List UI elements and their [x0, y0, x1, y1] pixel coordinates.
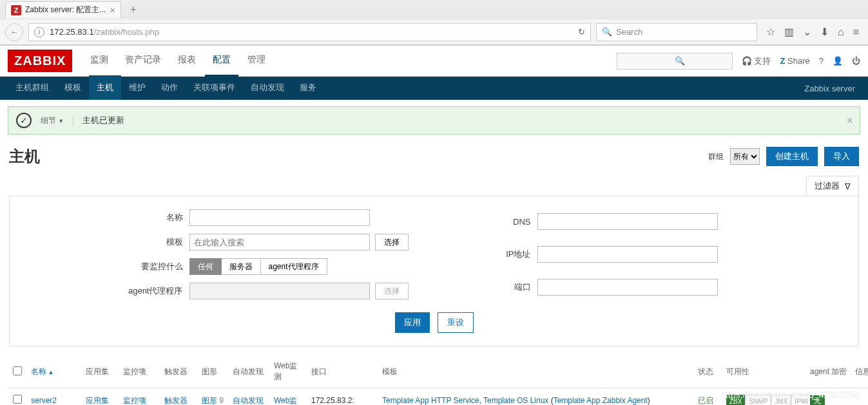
table-header-row: 名称 应用集 监控项 触发器 图形 自动发现 Web监测 接口 模板 状态 可用… — [9, 355, 868, 388]
favicon-icon: Z — [11, 5, 21, 15]
template-select-button[interactable]: 选择 — [375, 234, 409, 250]
subnav-5[interactable]: 关联项事件 — [186, 75, 243, 102]
support-link[interactable]: 🎧 支持 — [742, 55, 771, 67]
close-icon[interactable]: × — [110, 5, 115, 15]
filter-toggle[interactable]: 过滤器 ∇ — [806, 176, 859, 196]
col-encryption: agent 加密 — [806, 355, 851, 388]
power-icon[interactable]: ⏻ — [852, 56, 860, 66]
apps-link[interactable]: 应用集 — [86, 396, 109, 405]
pocket-icon[interactable]: ⌄ — [803, 26, 811, 38]
browser-search[interactable]: 🔍 Search — [596, 23, 757, 41]
page-title: 主机 — [9, 146, 40, 167]
col-items[interactable]: 监控项 — [119, 355, 160, 388]
col-web[interactable]: Web监测 — [270, 355, 307, 388]
monitor-opt-0[interactable]: 任何 — [189, 258, 222, 275]
menu-icon[interactable]: ≡ — [853, 26, 859, 38]
filter-ip-input[interactable] — [537, 246, 718, 263]
col-triggers[interactable]: 触发器 — [160, 355, 198, 388]
filter-monitor-label: 要监控什么 — [112, 261, 189, 272]
monitor-segment: 任何服务器agent代理程序 — [189, 258, 370, 275]
bookmark-icon[interactable]: ☆ — [766, 26, 775, 38]
watermark: https://blog.csdn.net/qq_42303254 — [720, 390, 859, 400]
reload-icon[interactable]: ↻ — [578, 27, 585, 37]
col-apps[interactable]: 应用集 — [82, 355, 119, 388]
items-link[interactable]: 监控项 — [123, 396, 146, 405]
col-name[interactable]: 名称 — [27, 355, 82, 388]
filter-name-input[interactable] — [189, 209, 370, 226]
tab-title: Zabbix server: 配置主... — [25, 5, 106, 15]
back-button[interactable]: ← — [5, 23, 23, 41]
group-label: 群组 — [708, 151, 724, 162]
app-header: ZABBIX 监测资产记录报表配置管理 🔍 🎧 支持 Z Share ? 👤 ⏻ — [0, 46, 868, 77]
monitor-opt-1[interactable]: 服务器 — [222, 258, 261, 275]
web-link[interactable]: Web监测 — [274, 396, 297, 405]
new-tab-button[interactable]: + — [125, 3, 142, 17]
subnav-3[interactable]: 维护 — [121, 75, 153, 102]
template-link[interactable]: Template App HTTP Service — [382, 396, 479, 405]
menu-1[interactable]: 资产记录 — [117, 45, 169, 77]
col-graphs[interactable]: 图形 — [198, 355, 229, 388]
menu-0[interactable]: 监测 — [82, 45, 116, 77]
apply-button[interactable]: 应用 — [395, 312, 430, 333]
tab-bar: Z Zabbix server: 配置主... × + — [0, 0, 868, 19]
select-all-checkbox[interactable] — [13, 366, 22, 375]
filter-agent-label: agent代理程序 — [112, 285, 189, 297]
subnav-2[interactable]: 主机 — [89, 75, 121, 102]
zabbix-logo[interactable]: ZABBIX — [8, 50, 72, 72]
share-link[interactable]: Z Share — [780, 56, 809, 66]
col-status[interactable]: 状态 — [694, 355, 722, 388]
template-link[interactable]: Template App Zabbix Agent — [554, 396, 648, 405]
filter-template-input[interactable] — [189, 234, 370, 250]
host-name-link[interactable]: server2 — [31, 396, 57, 405]
top-menu: 监测资产记录报表配置管理 — [82, 45, 273, 77]
menu-4[interactable]: 管理 — [240, 45, 273, 77]
help-icon[interactable]: ? — [819, 56, 824, 66]
browser-tab[interactable]: Z Zabbix server: 配置主... × — [5, 1, 121, 18]
filter-dns-label: DNS — [460, 217, 537, 227]
close-icon[interactable]: × — [846, 114, 853, 127]
col-discovery[interactable]: 自动发现 — [229, 355, 270, 388]
filter-name-label: 名称 — [112, 212, 189, 223]
menu-3[interactable]: 配置 — [205, 45, 238, 77]
filter-port-input[interactable] — [537, 279, 718, 296]
agent-select-button: 选择 — [375, 283, 409, 299]
col-templates: 模板 — [378, 355, 694, 388]
search-icon: 🔍 — [602, 27, 612, 37]
template-link[interactable]: Template OS Linux — [483, 396, 548, 405]
subnav-1[interactable]: 模板 — [57, 75, 89, 102]
library-icon[interactable]: ▥ — [784, 26, 794, 38]
status-link[interactable]: 已启用 — [698, 396, 713, 405]
menu-2[interactable]: 报表 — [170, 45, 204, 77]
triggers-link[interactable]: 触发器 — [164, 396, 188, 405]
info-icon[interactable]: i — [34, 27, 44, 37]
filter-template-label: 模板 — [112, 236, 189, 248]
app-search[interactable]: 🔍 — [617, 53, 733, 70]
search-placeholder: Search — [616, 27, 642, 37]
group-select[interactable]: 所有 — [730, 148, 760, 165]
browser-chrome: Z Zabbix server: 配置主... × + ← i 172.25.8… — [0, 0, 868, 46]
row-checkbox[interactable] — [13, 395, 22, 404]
download-icon[interactable]: ⬇ — [820, 26, 829, 38]
graphs-link[interactable]: 图形 — [202, 396, 217, 405]
monitor-opt-2[interactable]: agent代理程序 — [261, 258, 327, 275]
filter-ip-label: IP地址 — [460, 249, 537, 260]
discovery-link[interactable]: 自动发现 — [233, 396, 264, 405]
success-banner: 细节 ▼ 主机已更新 × — [8, 106, 860, 135]
filter-panel: 名称 模板 选择 要监控什么 任何服务器agent代理程序 agent代理程序 … — [9, 196, 859, 346]
check-icon — [16, 113, 32, 128]
nav-bar: ← i 172.25.83.1/zabbix/hosts.php ↻ 🔍 Sea… — [0, 19, 868, 45]
banner-detail[interactable]: 细节 ▼ — [41, 115, 73, 126]
create-host-button[interactable]: 创建主机 — [766, 147, 818, 166]
url-bar[interactable]: i 172.25.83.1/zabbix/hosts.php ↻ — [28, 23, 591, 41]
filter-agent-input — [189, 283, 370, 299]
subnav-4[interactable]: 动作 — [153, 75, 186, 102]
subnav-6[interactable]: 自动发现 — [243, 75, 292, 102]
home-icon[interactable]: ⌂ — [838, 26, 844, 38]
filter-dns-input[interactable] — [537, 213, 718, 230]
subnav-7[interactable]: 服务 — [292, 75, 324, 102]
import-button[interactable]: 导入 — [824, 147, 859, 166]
reset-button[interactable]: 重设 — [438, 312, 474, 333]
subnav-0[interactable]: 主机群组 — [8, 75, 57, 102]
user-icon[interactable]: 👤 — [833, 56, 843, 66]
filter-port-label: 端口 — [460, 281, 537, 293]
